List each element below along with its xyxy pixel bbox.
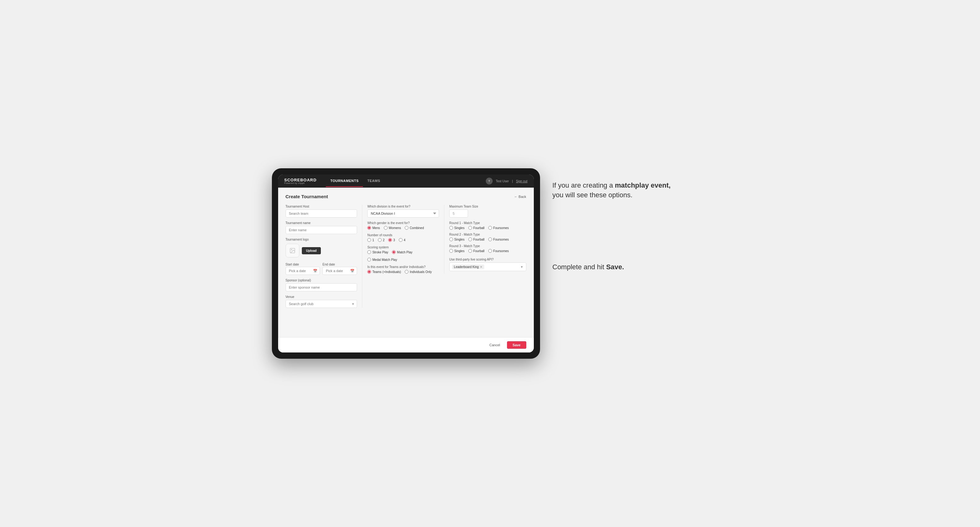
avatar: T: [486, 178, 493, 184]
tablet-frame: SCOREBOARD Powered by clippit TOURNAMENT…: [272, 168, 540, 359]
teams-radio-group: Teams (+Individuals) Individuals Only: [367, 270, 439, 274]
division-select[interactable]: NCAA Division I: [367, 210, 439, 217]
round-4[interactable]: 4: [399, 238, 406, 242]
tag-dropdown-icon[interactable]: ▼: [520, 265, 523, 269]
max-team-size-input[interactable]: [449, 210, 468, 217]
tournament-name-input[interactable]: [286, 226, 357, 234]
tournament-logo-field: Tournament logo Upload: [286, 238, 357, 257]
right-column: Maximum Team Size Round 1 - Match Type S…: [449, 205, 526, 271]
sponsor-field: Sponsor (optional): [286, 279, 357, 291]
app-logo: SCOREBOARD Powered by clippit: [284, 178, 317, 184]
teams-label: Is this event for Teams and/or Individua…: [367, 265, 439, 269]
end-date-field: End date 📅: [322, 261, 357, 275]
tab-teams[interactable]: TEAMS: [363, 175, 385, 187]
end-date-input[interactable]: [322, 267, 357, 275]
date-row: Start date 📅 End date: [286, 261, 357, 275]
round-3[interactable]: 3: [388, 238, 395, 242]
signout-link[interactable]: Sign out: [516, 179, 528, 183]
page-title: Create Tournament: [286, 194, 328, 199]
tab-tournaments[interactable]: TOURNAMENTS: [326, 175, 363, 187]
content-area: Create Tournament ← Back Tournament Host…: [278, 187, 534, 337]
round3-singles[interactable]: Singles: [449, 249, 465, 253]
form-grid: Tournament Host Tournament name Tourname…: [286, 205, 526, 308]
left-column: Tournament Host Tournament name Tourname…: [286, 205, 363, 308]
round2-fourball[interactable]: Fourball: [468, 238, 485, 241]
round3-fourball[interactable]: Fourball: [468, 249, 485, 253]
gender-mens[interactable]: Mens: [367, 226, 380, 230]
round1-fourball[interactable]: Fourball: [468, 226, 485, 230]
powered-by-text: Powered by clippit: [284, 182, 317, 184]
rounds-radio-group: 1 2 3: [367, 238, 439, 242]
back-button[interactable]: ← Back: [514, 195, 526, 198]
tournament-host-input[interactable]: [286, 210, 357, 217]
gender-womens[interactable]: Womens: [384, 226, 401, 230]
third-party-input[interactable]: Leaderboard King ✕ ▼: [449, 262, 526, 271]
start-date-field: Start date 📅: [286, 261, 320, 275]
scoring-radio-group: Stroke Play Match Play Medal Match Play: [367, 250, 439, 262]
gender-womens-label: Womens: [389, 226, 401, 230]
nav-right: T Test User | Sign out: [486, 178, 528, 184]
third-party-label: Use third-party live scoring API?: [449, 258, 526, 261]
tag-remove-icon[interactable]: ✕: [480, 265, 482, 269]
gender-label: Which gender is the event for?: [367, 221, 439, 225]
venue-label: Venue: [286, 295, 357, 298]
save-button[interactable]: Save: [507, 341, 526, 349]
upload-button[interactable]: Upload: [302, 247, 321, 254]
tournament-host-field: Tournament Host: [286, 205, 357, 217]
venue-field: Venue ▼: [286, 295, 357, 308]
teams-field: Is this event for Teams and/or Individua…: [367, 265, 439, 274]
user-name: Test User: [496, 179, 509, 183]
max-team-size-label: Maximum Team Size: [449, 205, 526, 208]
round3-label: Round 3 - Match Type: [449, 244, 526, 248]
tablet-screen: SCOREBOARD Powered by clippit TOURNAMENT…: [278, 175, 534, 352]
round3-radio-group: Singles Fourball Foursomes: [449, 249, 526, 253]
date-fields: Start date 📅 End date: [286, 261, 357, 275]
end-date-wrap: 📅: [322, 267, 357, 275]
scoring-field: Scoring system Stroke Play Match Play: [367, 246, 439, 262]
start-date-input[interactable]: [286, 267, 320, 275]
scoring-label: Scoring system: [367, 246, 439, 249]
rounds-field: Number of rounds 1 2: [367, 233, 439, 242]
round3-foursomes[interactable]: Foursomes: [488, 249, 509, 253]
gender-radio-group: Mens Womens Combined: [367, 226, 439, 230]
tournament-host-label: Tournament Host: [286, 205, 357, 208]
sponsor-label: Sponsor (optional): [286, 279, 357, 282]
annotations: If you are creating a matchplay event, y…: [552, 168, 708, 272]
round2-foursomes[interactable]: Foursomes: [488, 238, 509, 241]
nav-bar: SCOREBOARD Powered by clippit TOURNAMENT…: [278, 175, 534, 187]
svg-point-1: [291, 249, 292, 250]
form-footer: Cancel Save: [278, 337, 534, 352]
third-party-field: Use third-party live scoring API? Leader…: [449, 258, 526, 271]
round2-label: Round 2 - Match Type: [449, 233, 526, 236]
round1-singles[interactable]: Singles: [449, 226, 465, 230]
venue-dropdown-icon: ▼: [352, 302, 355, 306]
round2-singles[interactable]: Singles: [449, 238, 465, 241]
logo-section: Upload: [286, 244, 357, 257]
start-date-wrap: 📅: [286, 267, 320, 275]
round-1[interactable]: 1: [367, 238, 374, 242]
round1-label: Round 1 - Match Type: [449, 221, 526, 225]
round-2[interactable]: 2: [378, 238, 385, 242]
tournament-logo-label: Tournament logo: [286, 238, 357, 241]
scoring-stroke[interactable]: Stroke Play: [367, 250, 388, 254]
round1-foursomes[interactable]: Foursomes: [488, 226, 509, 230]
page-header: Create Tournament ← Back: [286, 194, 526, 199]
venue-input[interactable]: [286, 300, 357, 308]
scoring-medal[interactable]: Medal Match Play: [367, 258, 397, 262]
third-party-tag: Leaderboard King ✕: [452, 265, 485, 269]
scoring-match[interactable]: Match Play: [392, 250, 412, 254]
individuals-option[interactable]: Individuals Only: [405, 270, 432, 274]
annotation-save: Complete and hit Save.: [552, 262, 671, 272]
max-team-size-field: Maximum Team Size: [449, 205, 526, 217]
logo-placeholder: [286, 244, 299, 257]
round-match-types: Round 1 - Match Type Singles Fourball: [449, 221, 526, 253]
cancel-button[interactable]: Cancel: [486, 341, 504, 349]
round1-radio-group: Singles Fourball Foursomes: [449, 226, 526, 230]
tournament-name-label: Tournament name: [286, 221, 357, 225]
gender-combined[interactable]: Combined: [405, 226, 424, 230]
sponsor-input[interactable]: [286, 283, 357, 291]
teams-option[interactable]: Teams (+Individuals): [367, 270, 401, 274]
gender-combined-label: Combined: [410, 226, 424, 230]
end-date-label: End date: [322, 263, 335, 266]
gender-mens-label: Mens: [372, 226, 380, 230]
